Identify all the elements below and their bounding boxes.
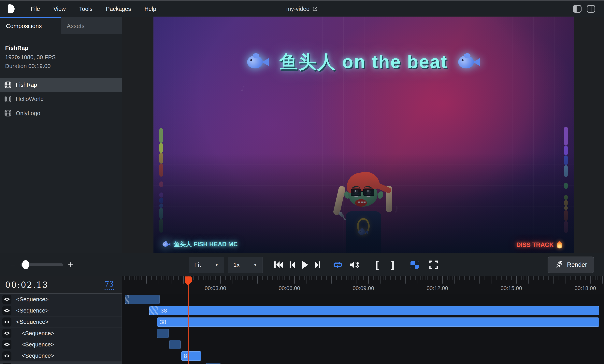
- zoom-in-button[interactable]: +: [66, 259, 75, 271]
- equalizer-segment: [564, 195, 568, 200]
- volume-button[interactable]: [349, 260, 359, 269]
- track-label: <Sequence>: [16, 296, 49, 303]
- track-row[interactable]: <Sequence>: [0, 350, 122, 362]
- music-note-icon: ♪: [240, 82, 245, 93]
- artist-badge-text: 鱼头人 FISH HEAD MC: [174, 240, 238, 249]
- composition-item-helloworld[interactable]: HelloWorld: [0, 92, 122, 106]
- character-ear: [377, 191, 384, 199]
- tab-assets[interactable]: Assets: [61, 17, 122, 34]
- equalizer-segment: [159, 203, 163, 208]
- app-window: FileViewToolsPackagesHelp my-video Compo…: [0, 0, 604, 364]
- ruler-time-label: 00:18.00: [575, 285, 596, 291]
- toggle-right-panel-icon[interactable]: [587, 5, 595, 13]
- tab-compositions[interactable]: Compositions: [0, 17, 61, 34]
- track-label: <Sequence>: [16, 319, 49, 325]
- fullscreen-button[interactable]: [429, 260, 438, 269]
- timeline-sequence-bar[interactable]: 38: [157, 317, 599, 327]
- track-row[interactable]: <Sequence>: [0, 362, 122, 364]
- composition-item-label: OnlyLogo: [16, 110, 40, 116]
- ruler-time-label: 00:06.00: [279, 285, 300, 291]
- character-teeth: [358, 201, 365, 203]
- visibility-eye-icon[interactable]: [2, 340, 12, 349]
- composition-format: 1920x1080, 30 FPS: [5, 54, 122, 61]
- visibility-eye-icon[interactable]: [2, 295, 12, 304]
- sunglasses-bridge: [361, 191, 363, 192]
- play-button[interactable]: [301, 260, 309, 270]
- transport-controls: [ ]: [274, 253, 438, 276]
- chevron-down-icon: ▼: [253, 262, 257, 267]
- fire-icon: [557, 241, 562, 249]
- track-label: <Sequence>: [22, 341, 54, 348]
- composition-duration: Duration 00:19.00: [5, 63, 122, 69]
- skip-to-start-button[interactable]: [274, 261, 284, 269]
- menu-item-file[interactable]: File: [24, 1, 47, 17]
- track-row[interactable]: <Sequence>: [0, 305, 122, 316]
- render-button[interactable]: Render: [548, 257, 594, 273]
- composition-item-fishrap[interactable]: FishRap: [0, 78, 122, 92]
- bar-frame-label: 8: [184, 353, 187, 359]
- equalizer-segment: [159, 164, 163, 177]
- composition-item-onlylogo[interactable]: OnlyLogo: [0, 106, 122, 120]
- external-link-icon[interactable]: [312, 6, 318, 12]
- visibility-eye-icon[interactable]: [2, 351, 12, 361]
- equalizer-segment: [159, 192, 163, 198]
- sunglasses-lens: [363, 188, 374, 196]
- timeline-track-lanes[interactable]: 38388: [122, 294, 604, 364]
- project-title-group[interactable]: my-video: [286, 1, 318, 17]
- speed-select[interactable]: 1x ▼: [228, 257, 263, 273]
- timeline-ruler[interactable]: 00:03.0000:06.0000:09.0000:12.0000:15.00…: [122, 276, 604, 294]
- menu-item-help[interactable]: Help: [138, 1, 163, 17]
- menu-item-packages[interactable]: Packages: [99, 1, 138, 17]
- track-row[interactable]: <Sequence>: [0, 328, 122, 339]
- equalizer-segment: [564, 165, 568, 177]
- transparency-toggle-icon[interactable]: [411, 261, 419, 269]
- preview-zoom-slider[interactable]: [21, 263, 63, 266]
- track-row[interactable]: <Sequence>: [0, 316, 122, 328]
- timeline-sequence-bar[interactable]: 38: [149, 306, 599, 315]
- equalizer-left: [159, 128, 163, 233]
- current-frame-badge[interactable]: 73: [104, 280, 114, 290]
- character-arm: [333, 185, 346, 216]
- set-out-point-button[interactable]: ]: [390, 259, 396, 271]
- current-timecode: 00:02.13: [5, 280, 49, 289]
- equalizer-segment: [159, 128, 163, 143]
- menu-items: FileViewToolsPackagesHelp: [24, 1, 163, 17]
- ruler-major-ticks: [122, 276, 604, 284]
- timeline-sequence-bar[interactable]: 8: [181, 351, 201, 361]
- menu-item-tools[interactable]: Tools: [72, 1, 99, 17]
- loop-toggle-button[interactable]: [333, 260, 344, 269]
- previous-frame-button[interactable]: [289, 261, 296, 269]
- playhead-marker[interactable]: [185, 276, 192, 286]
- sidebar: CompositionsAssets FishRap 1920x1080, 30…: [0, 17, 122, 253]
- toggle-left-panel-icon[interactable]: [573, 5, 581, 13]
- timeline-track-labels: <Sequence><Sequence><Sequence><Sequence>…: [0, 294, 122, 364]
- layout-toggles: [573, 1, 595, 17]
- timeline-sequence-bar[interactable]: [125, 295, 160, 304]
- zoom-slider-knob[interactable]: [22, 260, 29, 269]
- project-title: my-video: [286, 6, 310, 12]
- timeline-sequence-bar[interactable]: [169, 340, 181, 349]
- video-canvas[interactable]: 鱼头人 on the beat: [153, 17, 574, 253]
- menu-item-view[interactable]: View: [47, 1, 72, 17]
- next-frame-button[interactable]: [314, 261, 321, 269]
- visibility-eye-icon[interactable]: [2, 306, 12, 315]
- visibility-eye-icon[interactable]: [2, 317, 12, 326]
- track-label: <Sequence>: [22, 330, 54, 337]
- timeline-sequence-bar[interactable]: [157, 329, 169, 338]
- fish-icon: [163, 241, 170, 248]
- size-select[interactable]: Fit ▼: [189, 257, 224, 273]
- track-label: <Sequence>: [22, 352, 54, 359]
- rocket-icon: [555, 261, 563, 269]
- visibility-eye-icon[interactable]: [2, 329, 12, 338]
- timeline-sequence-bar[interactable]: [206, 363, 221, 364]
- bar-trim-hatch: [125, 295, 129, 304]
- microphone-icon: [338, 211, 344, 218]
- ruler-time-label: 00:12.00: [427, 285, 448, 291]
- track-row[interactable]: <Sequence>: [0, 339, 122, 350]
- playhead-line[interactable]: [188, 285, 189, 364]
- track-row[interactable]: <Sequence>: [0, 294, 122, 305]
- visibility-eye-icon[interactable]: [2, 363, 12, 364]
- set-in-point-button[interactable]: [: [374, 259, 380, 271]
- app-logo-icon[interactable]: [8, 4, 15, 13]
- zoom-out-button[interactable]: −: [9, 260, 17, 270]
